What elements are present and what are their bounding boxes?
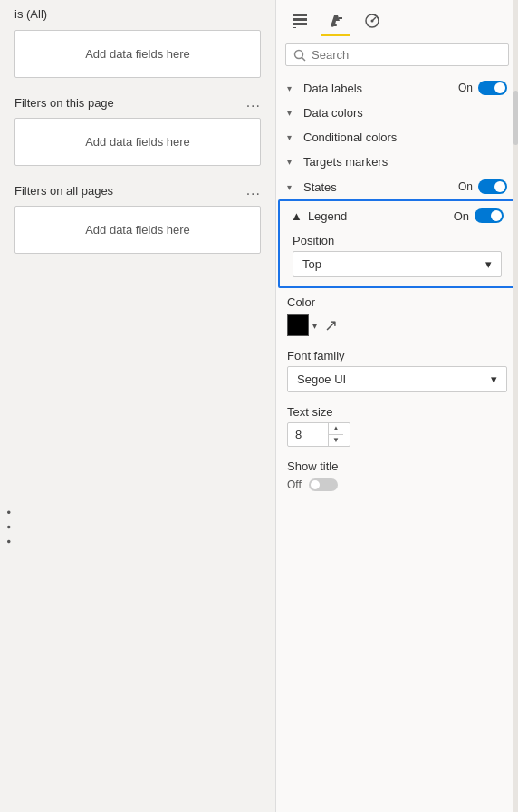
color-dropdown-arrow[interactable]: ▾ (312, 321, 317, 331)
left-edge-dots: • • • (2, 510, 15, 547)
section-conditional-colors[interactable]: ▾ Conditional colors (276, 125, 518, 150)
text-size-input-wrapper: 8 ▲ ▼ (287, 422, 350, 447)
filters-all-pages-header: Filters on all pages ... (0, 175, 275, 202)
show-title-section: Show title Off (276, 454, 518, 498)
states-on: On (458, 180, 473, 193)
svg-rect-2 (293, 23, 307, 25)
section-data-colors[interactable]: ▾ Data colors (276, 101, 518, 125)
text-size-field[interactable]: 8 (288, 423, 328, 446)
text-size-down[interactable]: ▼ (329, 435, 343, 446)
table-icon[interactable] (285, 7, 314, 36)
text-size-section: Text size 8 ▲ ▼ (276, 400, 518, 454)
section-data-labels[interactable]: ▾ Data labels On (276, 75, 518, 101)
svg-line-8 (302, 57, 306, 61)
chevron-data-colors: ▾ (287, 108, 298, 118)
legend-section: ▲ Legend On Position Top ▾ (278, 199, 516, 288)
scrollbar-thumb[interactable] (513, 91, 518, 145)
section-targets-markers[interactable]: ▾ Targets markers (276, 150, 518, 174)
cursor-pointer-icon: ↗ (324, 315, 338, 335)
add-data-this-page[interactable]: Add data fields here (14, 118, 261, 166)
is-all-label: is (All) (0, 0, 275, 26)
conditional-colors-label: Conditional colors (303, 130, 507, 144)
data-labels-label: Data labels (303, 82, 453, 95)
data-colors-label: Data colors (303, 106, 507, 120)
chevron-data-labels: ▾ (287, 83, 298, 93)
svg-point-7 (295, 50, 303, 58)
font-family-label: Font family (287, 349, 507, 362)
text-size-spinners: ▲ ▼ (328, 423, 343, 446)
font-family-section: Font family Segoe UI ▾ (276, 343, 518, 400)
legend-toggle[interactable] (475, 208, 504, 223)
scrollbar-track[interactable] (513, 0, 518, 812)
search-input[interactable] (312, 48, 501, 62)
toolbar-icons (276, 0, 518, 38)
states-label: States (303, 180, 453, 194)
color-label: Color (287, 295, 507, 309)
show-title-label: Show title (287, 459, 507, 473)
section-states[interactable]: ▾ States On (276, 174, 518, 199)
data-labels-toggle[interactable] (478, 81, 507, 95)
show-title-toggle[interactable] (309, 478, 338, 491)
legend-label: Legend (308, 209, 448, 223)
chevron-legend: ▲ (291, 209, 302, 223)
legend-header[interactable]: ▲ Legend On (280, 201, 514, 230)
chevron-conditional-colors: ▾ (287, 132, 298, 142)
chevron-states: ▾ (287, 182, 298, 192)
svg-rect-4 (331, 24, 337, 26)
show-title-toggle-row: Off (287, 478, 507, 491)
position-value: Top (302, 257, 321, 271)
filters-this-page-label: Filters on this page (14, 96, 114, 110)
text-size-up[interactable]: ▲ (329, 423, 343, 435)
font-family-dropdown[interactable]: Segoe UI ▾ (287, 366, 507, 392)
svg-point-6 (371, 19, 374, 22)
sections-list: ▾ Data labels On ▾ Data colors ▾ Conditi… (276, 72, 518, 812)
font-family-value: Segoe UI (297, 372, 346, 386)
left-panel: is (All) Add data fields here Filters on… (0, 0, 276, 812)
data-labels-on: On (458, 82, 473, 94)
chevron-down-icon: ▾ (485, 257, 492, 271)
right-panel: ▾ Data labels On ▾ Data colors ▾ Conditi… (276, 0, 518, 812)
chevron-targets-markers: ▾ (287, 157, 298, 167)
svg-rect-0 (293, 14, 307, 16)
format-icon[interactable] (321, 7, 350, 36)
text-size-label: Text size (287, 405, 507, 419)
analytics-icon[interactable] (358, 7, 387, 36)
search-icon (293, 49, 306, 62)
search-bar[interactable] (285, 44, 509, 66)
legend-on: On (454, 209, 469, 223)
show-title-off-label: Off (287, 478, 302, 491)
position-label: Position (293, 234, 502, 247)
add-data-all-pages[interactable]: Add data fields here (14, 206, 261, 254)
filters-all-pages-menu[interactable]: ... (246, 182, 261, 198)
targets-markers-label: Targets markers (303, 155, 507, 169)
add-data-top[interactable]: Add data fields here (14, 30, 261, 78)
color-swatch[interactable] (287, 314, 309, 336)
svg-rect-1 (293, 18, 307, 21)
position-section: Position Top ▾ (280, 230, 514, 286)
color-picker-row: ▾ ↗ (287, 314, 507, 336)
states-toggle[interactable] (478, 179, 507, 194)
color-section: Color ▾ ↗ (276, 288, 518, 343)
svg-rect-3 (293, 27, 296, 28)
filters-all-pages-label: Filters on all pages (14, 184, 113, 198)
filters-this-page-menu[interactable]: ... (246, 94, 261, 111)
filters-this-page-header: Filters on this page ... (0, 87, 275, 114)
chevron-down-font-icon: ▾ (491, 372, 497, 386)
position-dropdown[interactable]: Top ▾ (293, 251, 502, 277)
